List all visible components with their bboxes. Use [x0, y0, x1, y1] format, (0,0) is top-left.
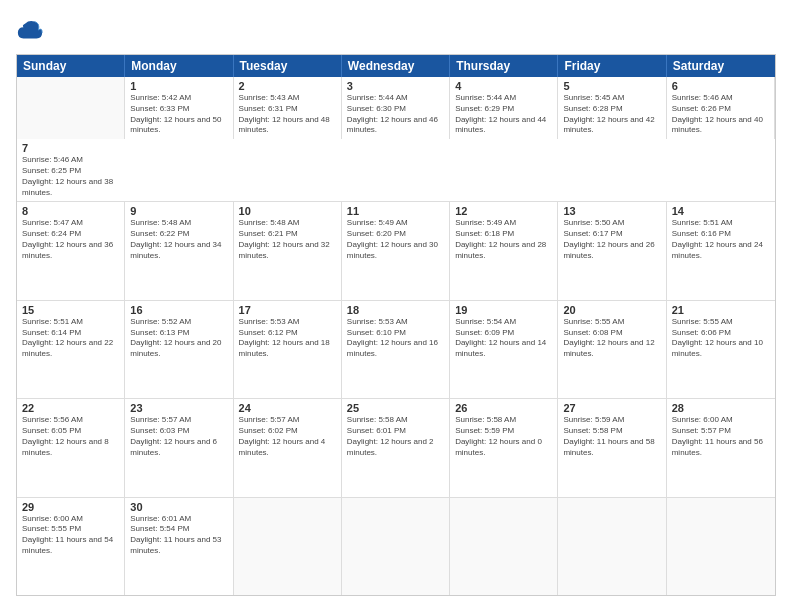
header-day-monday: Monday [125, 55, 233, 77]
cell-info: Sunrise: 5:48 AMSunset: 6:21 PMDaylight:… [239, 218, 336, 261]
day-cell-3: 3Sunrise: 5:44 AMSunset: 6:30 PMDaylight… [342, 77, 450, 139]
calendar-body: 1Sunrise: 5:42 AMSunset: 6:33 PMDaylight… [17, 77, 775, 595]
cell-info: Sunrise: 5:59 AMSunset: 5:58 PMDaylight:… [563, 415, 660, 458]
day-cell-27: 27Sunrise: 5:59 AMSunset: 5:58 PMDayligh… [558, 399, 666, 496]
cell-info: Sunrise: 5:44 AMSunset: 6:29 PMDaylight:… [455, 93, 552, 136]
day-number: 22 [22, 402, 119, 414]
day-cell-18: 18Sunrise: 5:53 AMSunset: 6:10 PMDayligh… [342, 301, 450, 398]
day-cell-26: 26Sunrise: 5:58 AMSunset: 5:59 PMDayligh… [450, 399, 558, 496]
page: SundayMondayTuesdayWednesdayThursdayFrid… [0, 0, 792, 612]
empty-cell [667, 498, 775, 595]
calendar-row-0: 1Sunrise: 5:42 AMSunset: 6:33 PMDaylight… [17, 77, 775, 202]
header-day-sunday: Sunday [17, 55, 125, 77]
day-cell-6: 6Sunrise: 5:46 AMSunset: 6:26 PMDaylight… [667, 77, 775, 139]
day-cell-16: 16Sunrise: 5:52 AMSunset: 6:13 PMDayligh… [125, 301, 233, 398]
day-cell-25: 25Sunrise: 5:58 AMSunset: 6:01 PMDayligh… [342, 399, 450, 496]
cell-info: Sunrise: 5:56 AMSunset: 6:05 PMDaylight:… [22, 415, 119, 458]
header-day-tuesday: Tuesday [234, 55, 342, 77]
day-number: 8 [22, 205, 119, 217]
day-cell-9: 9Sunrise: 5:48 AMSunset: 6:22 PMDaylight… [125, 202, 233, 299]
logo-icon [16, 16, 44, 44]
day-number: 17 [239, 304, 336, 316]
logo [16, 16, 48, 44]
day-number: 30 [130, 501, 227, 513]
day-cell-2: 2Sunrise: 5:43 AMSunset: 6:31 PMDaylight… [234, 77, 342, 139]
day-number: 7 [22, 142, 120, 154]
cell-info: Sunrise: 5:49 AMSunset: 6:20 PMDaylight:… [347, 218, 444, 261]
day-number: 25 [347, 402, 444, 414]
empty-cell [450, 498, 558, 595]
cell-info: Sunrise: 5:58 AMSunset: 6:01 PMDaylight:… [347, 415, 444, 458]
day-number: 28 [672, 402, 770, 414]
day-cell-7: 7Sunrise: 5:46 AMSunset: 6:25 PMDaylight… [17, 139, 125, 201]
day-cell-8: 8Sunrise: 5:47 AMSunset: 6:24 PMDaylight… [17, 202, 125, 299]
day-cell-11: 11Sunrise: 5:49 AMSunset: 6:20 PMDayligh… [342, 202, 450, 299]
day-cell-5: 5Sunrise: 5:45 AMSunset: 6:28 PMDaylight… [558, 77, 666, 139]
header-day-friday: Friday [558, 55, 666, 77]
day-cell-17: 17Sunrise: 5:53 AMSunset: 6:12 PMDayligh… [234, 301, 342, 398]
day-number: 5 [563, 80, 660, 92]
day-number: 10 [239, 205, 336, 217]
day-cell-15: 15Sunrise: 5:51 AMSunset: 6:14 PMDayligh… [17, 301, 125, 398]
day-number: 6 [672, 80, 769, 92]
header-day-thursday: Thursday [450, 55, 558, 77]
calendar-row-4: 29Sunrise: 6:00 AMSunset: 5:55 PMDayligh… [17, 498, 775, 595]
cell-info: Sunrise: 5:46 AMSunset: 6:26 PMDaylight:… [672, 93, 769, 136]
empty-cell [234, 498, 342, 595]
calendar-row-1: 8Sunrise: 5:47 AMSunset: 6:24 PMDaylight… [17, 202, 775, 300]
day-number: 13 [563, 205, 660, 217]
day-cell-22: 22Sunrise: 5:56 AMSunset: 6:05 PMDayligh… [17, 399, 125, 496]
day-cell-1: 1Sunrise: 5:42 AMSunset: 6:33 PMDaylight… [125, 77, 233, 139]
cell-info: Sunrise: 5:54 AMSunset: 6:09 PMDaylight:… [455, 317, 552, 360]
day-number: 2 [239, 80, 336, 92]
cell-info: Sunrise: 5:58 AMSunset: 5:59 PMDaylight:… [455, 415, 552, 458]
cell-info: Sunrise: 5:57 AMSunset: 6:03 PMDaylight:… [130, 415, 227, 458]
day-cell-14: 14Sunrise: 5:51 AMSunset: 6:16 PMDayligh… [667, 202, 775, 299]
day-number: 18 [347, 304, 444, 316]
calendar-header: SundayMondayTuesdayWednesdayThursdayFrid… [17, 55, 775, 77]
header-day-saturday: Saturday [667, 55, 775, 77]
day-cell-24: 24Sunrise: 5:57 AMSunset: 6:02 PMDayligh… [234, 399, 342, 496]
day-number: 27 [563, 402, 660, 414]
header-day-wednesday: Wednesday [342, 55, 450, 77]
day-number: 15 [22, 304, 119, 316]
cell-info: Sunrise: 5:51 AMSunset: 6:14 PMDaylight:… [22, 317, 119, 360]
cell-info: Sunrise: 5:49 AMSunset: 6:18 PMDaylight:… [455, 218, 552, 261]
day-number: 19 [455, 304, 552, 316]
day-cell-28: 28Sunrise: 6:00 AMSunset: 5:57 PMDayligh… [667, 399, 775, 496]
cell-info: Sunrise: 5:53 AMSunset: 6:12 PMDaylight:… [239, 317, 336, 360]
cell-info: Sunrise: 6:01 AMSunset: 5:54 PMDaylight:… [130, 514, 227, 557]
day-cell-21: 21Sunrise: 5:55 AMSunset: 6:06 PMDayligh… [667, 301, 775, 398]
day-number: 16 [130, 304, 227, 316]
cell-info: Sunrise: 5:47 AMSunset: 6:24 PMDaylight:… [22, 218, 119, 261]
day-number: 9 [130, 205, 227, 217]
day-cell-12: 12Sunrise: 5:49 AMSunset: 6:18 PMDayligh… [450, 202, 558, 299]
cell-info: Sunrise: 6:00 AMSunset: 5:55 PMDaylight:… [22, 514, 119, 557]
cell-info: Sunrise: 5:43 AMSunset: 6:31 PMDaylight:… [239, 93, 336, 136]
day-number: 12 [455, 205, 552, 217]
day-cell-20: 20Sunrise: 5:55 AMSunset: 6:08 PMDayligh… [558, 301, 666, 398]
day-cell-10: 10Sunrise: 5:48 AMSunset: 6:21 PMDayligh… [234, 202, 342, 299]
cell-info: Sunrise: 5:57 AMSunset: 6:02 PMDaylight:… [239, 415, 336, 458]
day-cell-23: 23Sunrise: 5:57 AMSunset: 6:03 PMDayligh… [125, 399, 233, 496]
cell-info: Sunrise: 5:51 AMSunset: 6:16 PMDaylight:… [672, 218, 770, 261]
cell-info: Sunrise: 5:42 AMSunset: 6:33 PMDaylight:… [130, 93, 227, 136]
cell-info: Sunrise: 5:53 AMSunset: 6:10 PMDaylight:… [347, 317, 444, 360]
cell-info: Sunrise: 5:55 AMSunset: 6:06 PMDaylight:… [672, 317, 770, 360]
day-cell-29: 29Sunrise: 6:00 AMSunset: 5:55 PMDayligh… [17, 498, 125, 595]
calendar-row-2: 15Sunrise: 5:51 AMSunset: 6:14 PMDayligh… [17, 301, 775, 399]
empty-cell [558, 498, 666, 595]
day-number: 20 [563, 304, 660, 316]
day-number: 4 [455, 80, 552, 92]
day-number: 21 [672, 304, 770, 316]
day-cell-13: 13Sunrise: 5:50 AMSunset: 6:17 PMDayligh… [558, 202, 666, 299]
cell-info: Sunrise: 6:00 AMSunset: 5:57 PMDaylight:… [672, 415, 770, 458]
cell-info: Sunrise: 5:46 AMSunset: 6:25 PMDaylight:… [22, 155, 120, 198]
cell-info: Sunrise: 5:50 AMSunset: 6:17 PMDaylight:… [563, 218, 660, 261]
day-number: 3 [347, 80, 444, 92]
day-cell-19: 19Sunrise: 5:54 AMSunset: 6:09 PMDayligh… [450, 301, 558, 398]
day-number: 14 [672, 205, 770, 217]
day-number: 11 [347, 205, 444, 217]
empty-cell [342, 498, 450, 595]
cell-info: Sunrise: 5:44 AMSunset: 6:30 PMDaylight:… [347, 93, 444, 136]
